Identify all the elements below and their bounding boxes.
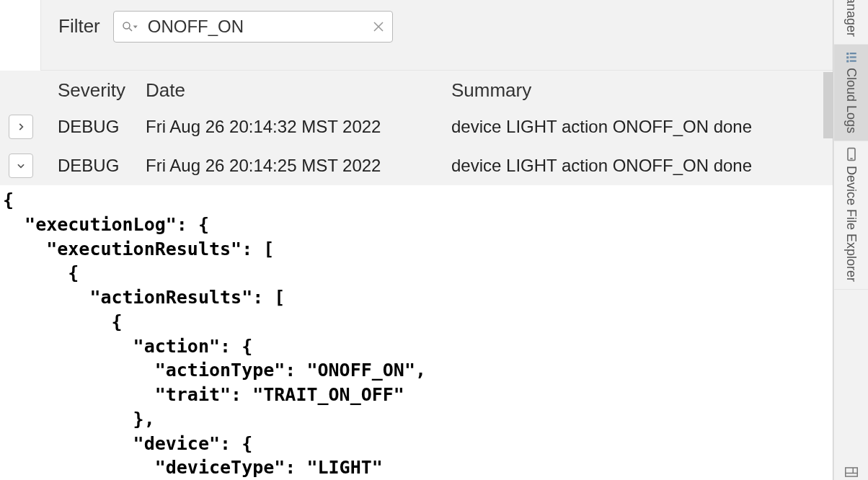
search-icon: [121, 20, 139, 33]
table-row[interactable]: DEBUG Fri Aug 26 20:14:32 MST 2022 devic…: [0, 107, 833, 146]
col-severity: Severity: [42, 79, 146, 102]
svg-rect-7: [846, 56, 849, 58]
vertical-scrollbar[interactable]: [823, 72, 833, 138]
chevron-right-icon: [16, 122, 26, 132]
sidebar-tab-extra[interactable]: [834, 290, 868, 480]
cell-severity: DEBUG: [42, 156, 146, 176]
svg-rect-5: [846, 53, 849, 55]
sidebar-tab-manager[interactable]: Manager: [834, 0, 868, 45]
sidebar-tab-label: Manager: [843, 0, 859, 37]
sidebar-tab-label: Cloud Logs: [843, 68, 859, 133]
filter-search-box[interactable]: [113, 11, 393, 43]
cell-summary: device LIGHT action ONOFF_ON done: [451, 117, 833, 137]
filter-label: Filter: [58, 15, 100, 37]
cell-date: Fri Aug 26 20:14:32 MST 2022: [146, 117, 451, 137]
clear-icon[interactable]: [371, 19, 386, 35]
cell-summary: device LIGHT action ONOFF_ON done: [451, 156, 833, 176]
cell-severity: DEBUG: [42, 117, 146, 137]
svg-line-1: [129, 28, 132, 31]
col-date: Date: [146, 79, 451, 102]
cell-date: Fri Aug 26 20:14:25 MST 2022: [146, 156, 451, 176]
device-icon: [846, 147, 857, 161]
svg-rect-10: [849, 61, 856, 62]
filter-input[interactable]: [146, 16, 371, 37]
svg-rect-13: [845, 468, 857, 476]
chevron-down-icon: [16, 161, 26, 171]
col-summary: Summary: [451, 79, 833, 102]
svg-rect-9: [846, 61, 849, 63]
right-sidebar: Manager Cloud Logs: [833, 0, 868, 480]
svg-marker-2: [133, 25, 138, 28]
svg-rect-6: [849, 53, 856, 54]
log-table: Severity Date Summary DEBUG Fri Aug 26 2…: [0, 71, 833, 185]
svg-point-0: [123, 22, 130, 29]
layout-icon: [845, 467, 858, 477]
svg-rect-8: [849, 56, 856, 58]
collapse-button[interactable]: [9, 154, 33, 178]
sidebar-tab-label: Device File Explorer: [843, 166, 859, 282]
table-header-row: Severity Date Summary: [0, 71, 833, 107]
expand-button[interactable]: [9, 115, 33, 139]
sidebar-tab-device-file-explorer[interactable]: Device File Explorer: [834, 141, 868, 290]
filter-toolbar: Filter: [40, 0, 833, 71]
log-detail-json[interactable]: { "executionLog": { "executionResults": …: [0, 185, 833, 480]
logs-icon: [845, 50, 858, 63]
table-row[interactable]: DEBUG Fri Aug 26 20:14:25 MST 2022 devic…: [0, 146, 833, 185]
sidebar-tab-cloud-logs[interactable]: Cloud Logs: [834, 45, 868, 141]
